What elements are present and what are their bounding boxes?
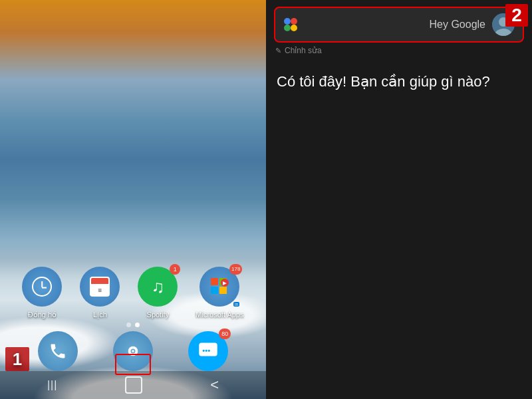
right-panel: Hey Google ✎ Chỉnh sửa Có tôi đây! Bạn c… [266,0,532,399]
page-dots [0,323,266,327]
microsoft-badge-extra: in [233,302,239,307]
calendar-icon-circle [80,267,120,307]
messages-badge: 80 [219,329,231,339]
app-calendar[interactable]: Lịch [80,267,120,319]
svg-point-11 [284,18,291,25]
spotify-icon: ♫ [152,277,165,297]
google-bar[interactable]: Hey Google [274,7,524,43]
app-microsoft[interactable]: ▶ 178 in Microsoft Apps [196,267,243,319]
calendar-label: Lịch [93,311,107,319]
spotify-label: Spotify [147,311,170,319]
dock-messages[interactable]: ••• 80 [188,331,228,371]
pencil-icon: ✎ [275,47,281,55]
svg-text:•••: ••• [203,346,211,354]
messages-icon: ••• [198,342,218,360]
phone-icon [49,342,67,360]
svg-point-13 [284,25,291,31]
clock-icon-circle [22,267,62,307]
app-grid: Đồng hồ Lịch ♫ 1 Spotify [0,267,266,319]
spotify-badge: 1 [170,264,180,275]
svg-point-7 [132,350,134,352]
google-dots-icon [283,17,298,32]
microsoft-icon: ▶ [209,276,230,297]
clock-icon [32,277,52,297]
assistant-message: Có tôi đây! Bạn cần giúp gì nào? [266,59,532,106]
home-highlight-box [115,354,151,375]
microsoft-icon-circle: ▶ 178 in [200,267,239,307]
microsoft-badge: 178 [229,264,242,275]
nav-home-container [125,376,142,394]
google-bar-text: Hey Google [305,19,485,31]
nav-menu-button[interactable]: ||| [47,379,57,391]
svg-point-12 [291,18,297,25]
step-label-1: 1 [5,347,29,371]
app-clock[interactable]: Đồng hồ [22,267,62,319]
svg-rect-0 [211,278,218,285]
microsoft-label: Microsoft Apps [196,311,243,319]
left-panel: Đồng hồ Lịch ♫ 1 Spotify [0,0,266,399]
nav-home-button[interactable] [125,376,142,394]
svg-rect-2 [211,287,218,294]
dot-2 [135,323,140,327]
edit-row[interactable]: ✎ Chỉnh sửa [266,43,532,59]
dock-phone[interactable] [38,331,78,371]
svg-rect-3 [219,287,227,294]
step-label-2: 2 [505,4,528,27]
svg-point-14 [291,25,297,31]
nav-bar: ||| < [0,371,266,399]
app-spotify[interactable]: ♫ 1 Spotify [138,267,178,319]
nav-back-button[interactable]: < [210,376,219,394]
edit-label: Chỉnh sửa [285,46,322,55]
dot-1 [126,323,131,327]
spotify-icon-circle: ♫ 1 [138,267,178,307]
calendar-icon [90,277,110,297]
clock-label: Đồng hồ [28,311,57,319]
google-logo [283,17,298,32]
